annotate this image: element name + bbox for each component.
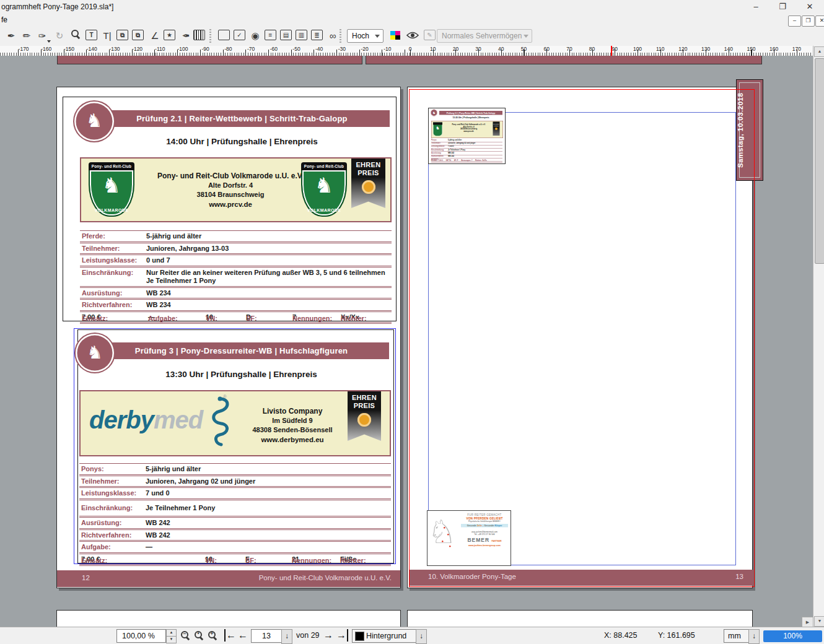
last-page-button[interactable]: → <box>336 629 348 642</box>
pdf-text-field-icon[interactable]: ▥ <box>296 30 307 40</box>
title-bar: ogrammheft Pony-Tage 2019.sla*] – ❐ ✕ <box>0 0 824 14</box>
barcode-icon[interactable] <box>193 30 205 40</box>
pdf-annotation-icon[interactable]: ≣ <box>311 30 323 40</box>
pruefung-2-1-frame[interactable]: Prüfung 2.1 | Reiter-Wettbewerb | Schrit… <box>63 97 397 321</box>
zoom-spin-down[interactable]: ▼ <box>166 636 177 643</box>
link-text-frames-icon[interactable]: ⧉ <box>116 30 128 40</box>
ruler-tick-label: 80 <box>584 46 601 52</box>
zoom-in-button[interactable]: + <box>208 631 217 640</box>
progress-value: 100% <box>783 632 802 640</box>
pdf-checkbox-icon[interactable]: ✓ <box>234 30 245 40</box>
zoom-level-input[interactable]: 100,00 % <box>116 629 166 643</box>
unit-dropdown-button[interactable]: ↓ <box>748 629 760 644</box>
pdf-listbox-icon[interactable]: ≡ <box>265 30 276 40</box>
ruler-tick-label: 160 <box>765 46 782 52</box>
horizontal-ruler[interactable]: -170-160-150-140-130-120-110-100-90-80-7… <box>0 46 824 56</box>
ruler-tick-label: -60 <box>265 46 283 52</box>
vertical-scrollbar[interactable]: ▲ ▼ <box>813 46 824 627</box>
pdf-push-button-icon[interactable] <box>218 30 230 40</box>
award-line: EHREN <box>351 161 385 169</box>
ruler-tick-label: -130 <box>106 46 123 52</box>
rotation-dropdown[interactable]: Hoch <box>347 29 384 43</box>
mdi-minimize-button[interactable]: – <box>788 15 801 27</box>
sponsor-line: 38104 Braunschweig <box>141 190 320 199</box>
page-number-dropdown-button[interactable]: ↓ <box>281 629 292 644</box>
ruler-tick-label: 130 <box>697 46 714 52</box>
vision-defect-dropdown[interactable]: Normales Sehvermögen <box>437 29 532 43</box>
pruefung-3-frame[interactable]: Prüfung 3 | Pony-Dressurreiter-WB | Hufs… <box>77 329 394 564</box>
ruler-tick-label: -120 <box>129 46 146 52</box>
ruler-tick-label: 60 <box>538 46 555 52</box>
text-frame-icon[interactable]: T <box>85 30 97 40</box>
mdi-restore-button[interactable]: ❐ <box>802 15 815 27</box>
page-total-label: von 29 <box>296 631 320 640</box>
ad-line: Physikalische Gefäßtherapie BEMER® <box>461 520 508 522</box>
render-frame-icon[interactable]: ★ <box>164 30 175 40</box>
table-summary-row: Einsatz: 7,00 € Aufgabe: — VN: 10 SF: D … <box>80 312 392 324</box>
unlink-text-frames-icon[interactable]: ⧉ <box>132 30 144 40</box>
table-row: Einschränkung: Nur Reiter die an keiner … <box>80 268 392 288</box>
rotate-tool-icon[interactable]: ↻ <box>53 30 66 42</box>
zoom-100-button[interactable]: • <box>195 631 204 640</box>
horse-rider-drawing-icon: ♘ <box>427 513 457 550</box>
horse-icon: ♞ <box>301 175 347 196</box>
ruler-tick-label: -20 <box>356 46 374 52</box>
mdi-close-button[interactable]: ✕ <box>815 15 824 27</box>
card2-sponsor-address: Livisto Company Im Südfeld 9 48308 Sende… <box>237 406 348 445</box>
pdf-combobox-icon[interactable]: ▤ <box>280 30 292 40</box>
menu-item-truncated[interactable]: fe <box>1 15 7 24</box>
ruler-tick-label: 90 <box>606 46 623 52</box>
previous-page-button[interactable]: ← <box>238 629 248 642</box>
page-number-input[interactable]: 13 <box>251 629 282 643</box>
color-management-icon[interactable] <box>390 31 400 40</box>
bemer-ad-frame[interactable]: ♘ FÜR REITER GEMACHT VON PFERDEN GELIEBT… <box>427 510 511 566</box>
sponsor-line: www.derbymed.eu <box>237 435 348 445</box>
table-row: Leistungsklasse:0 und 7 <box>80 255 392 268</box>
day-tab-frame[interactable]: Samstag, 10.03.2018 <box>736 79 763 181</box>
ehrenpreis-ribbon-icon: EHREN PREIS <box>351 159 385 208</box>
pdf-link-icon[interactable]: ∞ <box>327 30 339 42</box>
page-number: 12 <box>82 574 90 581</box>
scroll-up-button[interactable]: ▲ <box>814 46 824 57</box>
calligraphy-tool-icon[interactable]: ✑ <box>36 30 48 42</box>
zoom-tool-icon[interactable] <box>69 30 82 42</box>
ad-phone: Tel. +49 172 27 30 506 <box>461 533 508 536</box>
scroll-down-button[interactable]: ▼ <box>814 616 824 627</box>
preview-mode-eye-icon[interactable] <box>406 30 419 43</box>
zoom-out-button[interactable]: − <box>181 631 190 640</box>
document-canvas[interactable]: Prüfung 2.1 | Reiter-Wettbewerb | Schrit… <box>0 56 824 627</box>
cursor-y-coordinate: Y: 161.695 <box>658 631 695 640</box>
prcv-shield-logo-icon: ♞ <box>433 123 442 136</box>
layer-dropdown-button[interactable]: ↓ <box>416 629 427 644</box>
pencil-tool-icon[interactable]: ✏ <box>20 30 33 42</box>
vertical-scrollbar-thumb[interactable] <box>815 58 824 264</box>
eyedropper-icon[interactable]: ✒ <box>180 30 192 42</box>
layer-selector[interactable]: Hintergrund <box>352 629 416 643</box>
measure-icon[interactable]: ∠ <box>149 30 161 42</box>
card1-table: Pferde:5-jährig und älter Teilnehmer:Jun… <box>80 230 392 324</box>
card1-title-banner: Prüfung 2.1 | Reiter-Wettbewerb | Schrit… <box>94 110 390 127</box>
page-13[interactable]: ♞ Prüfung 3.1 | Pony-Reiter-WB | Schritt… <box>407 87 753 588</box>
page-12[interactable]: Prüfung 2.1 | Reiter-Wettbewerb | Schrit… <box>56 87 401 588</box>
club-rider-logo-icon: ♞ <box>431 110 437 116</box>
ruler-tick-label: 120 <box>674 46 691 52</box>
pdf-radio-button-icon[interactable]: ◉ <box>249 30 261 42</box>
ruler-tick-label: 70 <box>561 46 578 52</box>
pruefung-thumbnail-frame[interactable]: ♞ Prüfung 3.1 | Pony-Reiter-WB | Schritt… <box>428 108 506 164</box>
window-restore-button[interactable]: ❐ <box>773 1 792 12</box>
ad-url: www.jochims.bemergroup.com <box>461 544 508 547</box>
prcv-shield-logo-icon: Pony- und Reit-Club ♞ VOLKMARODE <box>89 162 134 217</box>
edit-in-preview-icon[interactable]: ✎ <box>424 30 436 40</box>
unit-selector[interactable]: mm <box>724 629 749 643</box>
shield-title: Pony- und Reit-Club <box>301 162 347 171</box>
window-minimize-button[interactable]: – <box>747 1 765 12</box>
pen-tool-icon[interactable]: ✒ <box>5 30 17 42</box>
ruler-tick-label: -100 <box>174 46 191 52</box>
first-page-button[interactable]: ← <box>224 629 236 642</box>
window-close-button[interactable]: ✕ <box>800 1 819 12</box>
toolbar-separator <box>340 29 341 43</box>
next-page-button[interactable]: → <box>323 629 333 642</box>
edit-text-icon[interactable]: T| <box>101 30 113 42</box>
chevron-down-icon <box>524 35 528 38</box>
trademark-glyph: ® <box>223 394 227 399</box>
